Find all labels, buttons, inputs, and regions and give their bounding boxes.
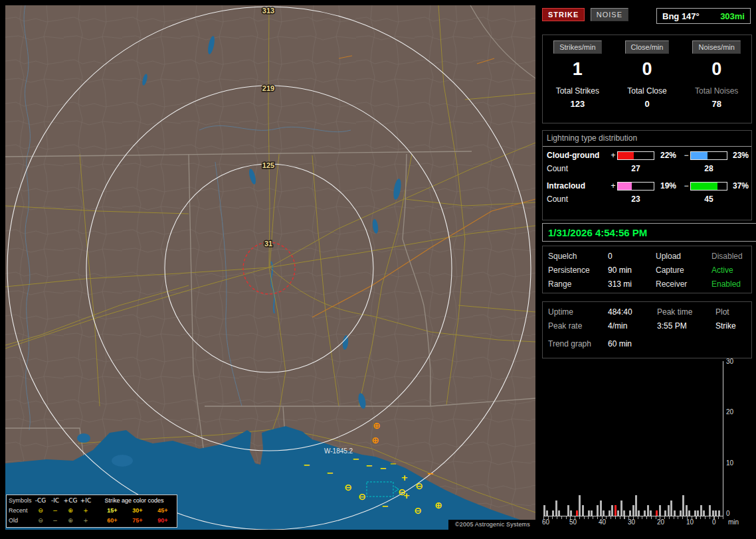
trend-graph-label: Trend graph (548, 335, 608, 348)
trend-bar (635, 495, 637, 516)
trend-bar (591, 510, 593, 516)
plus-sign: + (609, 181, 617, 191)
y-tick-10: 10 (726, 459, 733, 467)
trend-bar (588, 510, 590, 516)
trend-bar (609, 510, 611, 516)
datetime-value: 1/31/2026 4:54:56 PM (548, 227, 647, 238)
trend-bar (567, 505, 569, 516)
age-45: 45+ (150, 507, 175, 514)
noises-per-min-value: 0 (682, 54, 751, 86)
trend-bar (579, 495, 581, 516)
receiver-status: Enabled (711, 279, 746, 289)
bearing-distance-box: Bng 147° 303mi (656, 8, 751, 24)
trend-plot-area (543, 361, 723, 516)
total-close-label: Total Close (613, 86, 682, 96)
plot-value: Strike (715, 321, 746, 331)
receiver-label: Receiver (656, 279, 711, 289)
noise-mode-button[interactable]: NOISE (591, 8, 628, 21)
ic-pos-pct: 19% (654, 181, 682, 191)
strikes-per-min-header[interactable]: Strikes/min (553, 40, 601, 54)
trend-bar (632, 505, 634, 516)
trend-bar (603, 510, 605, 516)
settings-section: Squelch 0 Upload Disabled Persistence 90… (542, 246, 752, 293)
ic-pos-count: 23 (617, 194, 654, 204)
total-close-value: 0 (613, 96, 682, 109)
strike-symbol: − (366, 461, 373, 471)
trend-bar (686, 505, 688, 516)
strike-symbol: − (380, 463, 387, 473)
strike-symbol: − (304, 460, 311, 470)
trend-bar (697, 510, 699, 516)
trend-bar (674, 510, 676, 516)
trend-bar (623, 510, 625, 516)
trend-bar (576, 510, 578, 516)
cg-neg-count: 28 (690, 164, 727, 173)
distribution-header: Lightning type distribution (543, 131, 751, 147)
storm-track-label: W-1845.2 (324, 447, 353, 455)
trend-bar (546, 510, 548, 516)
legend-col-neg-ic: -IC (48, 497, 62, 504)
persistence-value: 90 min (608, 266, 656, 275)
trend-bar (670, 501, 672, 516)
capture-label: Capture (656, 266, 711, 275)
trend-bar (682, 495, 684, 516)
copyright-label: ©2005 Astrogenic Systems (448, 520, 535, 530)
ring-label-313: 313 (262, 7, 274, 15)
close-per-min-header[interactable]: Close/min (625, 40, 670, 54)
peak-rate-value: 4/min (608, 321, 657, 331)
strike-symbol: ⊖ (358, 491, 366, 502)
trend-bar (629, 510, 631, 516)
neg-ic-old-icon: − (48, 517, 62, 524)
cg-neg-bar (690, 151, 727, 160)
x-tick-10: 10 (686, 518, 694, 526)
cg-pos-count: 27 (617, 164, 654, 173)
lightning-map[interactable]: 313 219 125 31 ⊕⊕−−−−⊖⊖+⊖⊖−⊕⊖−+−− W-1845… (5, 5, 535, 530)
x-tick-0: 0 (712, 518, 716, 526)
trend-bar (656, 510, 658, 516)
ic-neg-pct: 37% (727, 181, 754, 191)
age-60: 60+ (100, 517, 125, 524)
trend-bar (712, 510, 714, 516)
trend-bar (668, 505, 670, 516)
squelch-label: Squelch (548, 252, 608, 261)
trend-bar (650, 510, 652, 516)
legend-age-header: Strike age color codes (93, 497, 175, 504)
strike-mode-button[interactable]: STRIKE (542, 8, 585, 21)
legend-recent-label: Recent (7, 507, 33, 514)
x-tick-60: 60 (542, 518, 549, 526)
bearing-value: Bng 147° (662, 11, 700, 21)
age-30: 30+ (125, 507, 150, 514)
ic-pos-bar (617, 182, 654, 191)
minus-sign: − (682, 181, 690, 191)
strike-symbol: ⊕ (434, 500, 442, 510)
strike-symbol: + (401, 473, 409, 483)
trend-bar (614, 505, 616, 516)
total-strikes-value: 123 (543, 96, 613, 109)
strike-symbol: ⊖ (344, 482, 352, 493)
total-noises-value: 78 (682, 96, 751, 109)
pos-cg-old-icon: ⊕ (62, 517, 78, 524)
legend-old-label: Old (7, 517, 33, 524)
map-legend: Symbols -CG -IC +CG +IC Strike age color… (6, 495, 177, 528)
age-90: 90+ (150, 517, 175, 524)
trend-bar (558, 510, 560, 516)
neg-ic-recent-icon: − (48, 507, 62, 514)
peak-time-label: Peak time (657, 307, 715, 317)
ring-label-31: 31 (264, 240, 272, 248)
intracloud-row: Intracloud + 19% − 37% (543, 173, 751, 191)
trend-bar (694, 510, 696, 516)
trend-bar (718, 510, 720, 516)
trend-bar (659, 505, 661, 516)
noises-per-min-header[interactable]: Noises/min (692, 40, 740, 54)
range-label: Range (548, 279, 608, 289)
trend-graph: 30 20 10 0 60 50 40 30 20 10 0 min (542, 360, 752, 531)
ic-neg-count: 45 (690, 194, 727, 204)
y-tick-0: 0 (726, 510, 730, 517)
cg-pos-bar (617, 151, 654, 160)
trend-bar (688, 510, 690, 516)
total-strikes-label: Total Strikes (543, 86, 613, 96)
trend-bar (570, 510, 572, 516)
age-15: 15+ (100, 507, 125, 514)
peak-time-value: 3:55 PM (657, 321, 715, 331)
trend-bar (680, 510, 682, 516)
